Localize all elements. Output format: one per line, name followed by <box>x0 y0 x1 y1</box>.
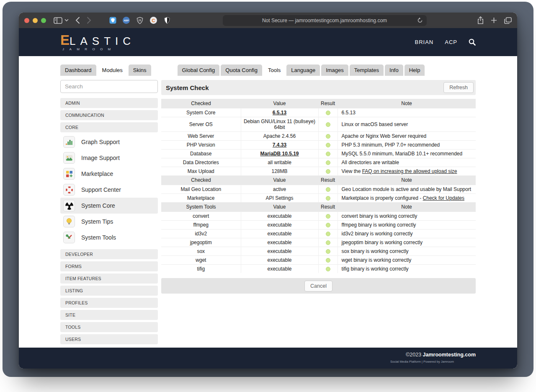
zoom-window-button[interactable] <box>41 18 46 23</box>
result-cell <box>318 194 338 203</box>
note-cell: convert binary is working correctly <box>338 212 476 221</box>
sidebar-category-forms[interactable]: FORMS <box>60 261 158 271</box>
tab-language[interactable]: Language <box>286 64 320 76</box>
tab-skins[interactable]: Skins <box>129 64 151 76</box>
tab-overview-icon <box>504 17 512 24</box>
status-ok-dot <box>326 232 330 236</box>
note-cell: 6.5.13 <box>338 108 476 117</box>
sidebar-category-admin[interactable]: ADMIN <box>60 98 158 108</box>
sidebar-category-communication[interactable]: COMMUNICATION <box>60 110 158 120</box>
table-row: tifigexecutabletifig binary is working c… <box>161 265 476 273</box>
back-icon <box>75 17 80 24</box>
refresh-button[interactable]: Refresh <box>443 82 474 93</box>
close-window-button[interactable] <box>24 18 29 23</box>
tab-tools[interactable]: Tools <box>263 64 285 76</box>
sidebar-category-tools[interactable]: TOOLS <box>60 322 158 332</box>
tab-global-config[interactable]: Global Config <box>178 64 220 76</box>
table-header-row: CheckedValueResultNote <box>161 175 476 185</box>
sidebar-category-listing[interactable]: LISTING <box>60 286 158 296</box>
tab-overview-button[interactable] <box>504 17 512 24</box>
sidebar-item-system-tips[interactable]: System Tips <box>60 214 158 230</box>
tab-info[interactable]: Info <box>385 64 403 76</box>
sidebar-item-support-center[interactable]: Support Center <box>60 182 158 198</box>
crossed-tools-icon <box>63 232 75 243</box>
share-button[interactable] <box>477 16 484 24</box>
cancel-button[interactable]: Cancel <box>304 281 332 291</box>
value-cell: Debian GNU/Linux 11 (bullseye) 64bit <box>241 117 318 132</box>
sidebar-item-label: System Tools <box>81 234 116 241</box>
result-cell <box>318 212 338 221</box>
browser-toolbar: ABP C <box>19 13 517 28</box>
note-cell: Marketplace is properly configured - Che… <box>338 194 476 203</box>
value-link[interactable]: MariaDB 10.5.19 <box>260 151 299 157</box>
search-input[interactable] <box>60 80 158 93</box>
abp-extension-button[interactable]: ABP <box>123 17 130 24</box>
bw-shield-icon <box>164 17 170 24</box>
sidebar-item-image-support[interactable]: Image Support <box>60 150 158 166</box>
note-link[interactable]: FAQ on increasing the allowed upload siz… <box>362 168 457 174</box>
sidebar-item-label: System Tips <box>81 218 113 225</box>
sidebar-item-graph-support[interactable]: Graph Support <box>60 134 158 150</box>
page-title: System Check <box>166 84 209 91</box>
column-header: Note <box>338 175 476 185</box>
forward-button[interactable] <box>87 17 91 24</box>
sidebar-category-core[interactable]: CORE <box>60 122 158 132</box>
sidebar-category-users[interactable]: USERS <box>60 334 158 344</box>
checked-cell: Max Upload <box>161 167 241 176</box>
column-header: Checked <box>161 99 241 108</box>
status-ok-dot <box>326 258 330 263</box>
checked-cell: wget <box>161 256 241 265</box>
tab-modules[interactable]: Modules <box>98 64 127 76</box>
sidebar-category-item-features[interactable]: ITEM FEATURES <box>60 273 158 284</box>
tab-dashboard[interactable]: Dashboard <box>60 64 96 76</box>
checked-cell: Data Directories <box>161 158 241 167</box>
value-link[interactable]: 6.5.13 <box>273 110 286 116</box>
status-ok-dot <box>326 214 330 219</box>
note-cell: Apache or Nginx Web Server required <box>338 132 476 141</box>
table-row: Web ServerApache 2.4.56Apache or Nginx W… <box>161 132 476 141</box>
result-cell <box>318 265 338 273</box>
table-row: jpegoptimexecutablejpegoptim binary is w… <box>161 238 476 247</box>
value-link[interactable]: 7.4.33 <box>273 142 286 148</box>
reload-button[interactable] <box>417 17 423 23</box>
column-header: Note <box>338 99 476 108</box>
sidebar-item-marketplace[interactable]: Marketplace <box>60 166 158 182</box>
tab-quota-config[interactable]: Quota Config <box>221 64 262 76</box>
checked-cell: Web Server <box>161 132 241 141</box>
site-logo[interactable]: ELASTIC JAMROOM <box>60 33 135 51</box>
table-header-row: System ToolsValueResultNote <box>161 202 476 212</box>
status-ok-dot <box>326 143 330 147</box>
user-link[interactable]: BRIAN <box>415 39 434 45</box>
page-content: DashboardModulesSkins Global ConfigQuota… <box>19 56 517 348</box>
sidebar-item-system-tools[interactable]: System Tools <box>60 230 158 245</box>
note-link[interactable]: Check for Updates <box>423 195 464 201</box>
module-sidebar: ADMINCOMMUNICATIONCORE Graph SupportImag… <box>60 80 158 344</box>
address-bar[interactable]: Not Secure — jamroomtestingcom.jamroomho… <box>223 15 427 26</box>
back-button[interactable] <box>75 17 80 24</box>
footer-tagline: Social Media Platform | Powered by Jamro… <box>60 360 476 364</box>
tab-images[interactable]: Images <box>321 64 348 76</box>
header-search-button[interactable] <box>469 39 476 46</box>
bw-shield-extension-button[interactable] <box>163 17 171 24</box>
sidebar-category-developer[interactable]: DEVELOPER <box>60 249 158 259</box>
sidebar-category-site[interactable]: SITE <box>60 310 158 320</box>
tab-help[interactable]: Help <box>405 64 425 76</box>
footer-site-link[interactable]: Jamroomtesting.com <box>423 352 476 358</box>
minimize-window-button[interactable] <box>33 18 38 23</box>
note-cell: Geo Location module is active and usable… <box>338 185 476 194</box>
acp-link[interactable]: ACP <box>445 39 457 45</box>
clamp-extension-button[interactable]: C <box>150 17 157 24</box>
new-tab-button[interactable] <box>491 17 497 23</box>
status-ok-dot <box>326 187 330 192</box>
sidebar-item-system-core[interactable]: System Core <box>60 198 158 214</box>
table-row: convertexecutableconvert binary is worki… <box>161 212 476 221</box>
sidebar-category-profiles[interactable]: PROFILES <box>60 298 158 308</box>
logo-rest: LASTIC <box>70 36 135 47</box>
status-ok-dot <box>326 267 330 271</box>
sidebar-toggle-button[interactable] <box>54 17 62 24</box>
sidebar-menu-button[interactable] <box>64 19 69 22</box>
pause-shield-extension-button[interactable] <box>136 17 144 24</box>
tab-templates[interactable]: Templates <box>350 64 384 76</box>
blue-shield-extension-button[interactable] <box>109 17 116 24</box>
value-cell: API Settings <box>241 194 318 203</box>
